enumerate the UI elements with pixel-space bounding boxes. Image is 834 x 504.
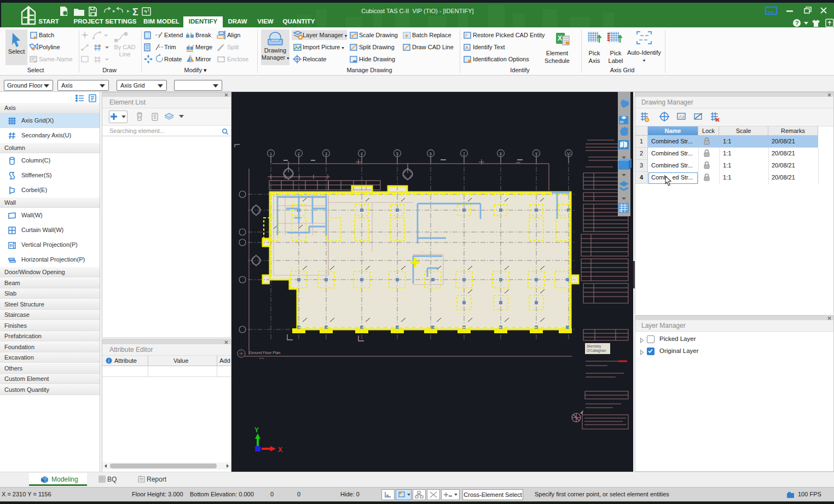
svg-text:Ground Floor Plan: Ground Floor Plan — [249, 351, 280, 355]
svg-text:9: 9 — [535, 152, 537, 155]
svg-text:7: 7 — [463, 152, 465, 155]
svg-text:10: 10 — [566, 152, 571, 155]
svg-text:2: 2 — [298, 152, 300, 155]
svg-text:A: A — [465, 45, 468, 50]
svg-text:8: 8 — [500, 152, 502, 155]
svg-text:X: X — [558, 34, 562, 42]
svg-text:F: F — [465, 33, 468, 38]
svg-text:Y: Y — [254, 426, 259, 434]
svg-text:4: 4 — [361, 152, 363, 155]
svg-text:1: 1 — [270, 152, 272, 155]
svg-text:X: X — [278, 446, 282, 454]
svg-text:5: 5 — [396, 152, 398, 155]
svg-text:SL: SL — [420, 250, 425, 253]
svg-text:6: 6 — [430, 152, 432, 155]
svg-text:O'Callaghan: O'Callaghan — [587, 349, 606, 353]
svg-text:SL: SL — [619, 209, 622, 212]
svg-text:Skensley: Skensley — [587, 344, 601, 349]
svg-text:3: 3 — [325, 152, 327, 155]
svg-text:3D: 3D — [619, 120, 624, 124]
